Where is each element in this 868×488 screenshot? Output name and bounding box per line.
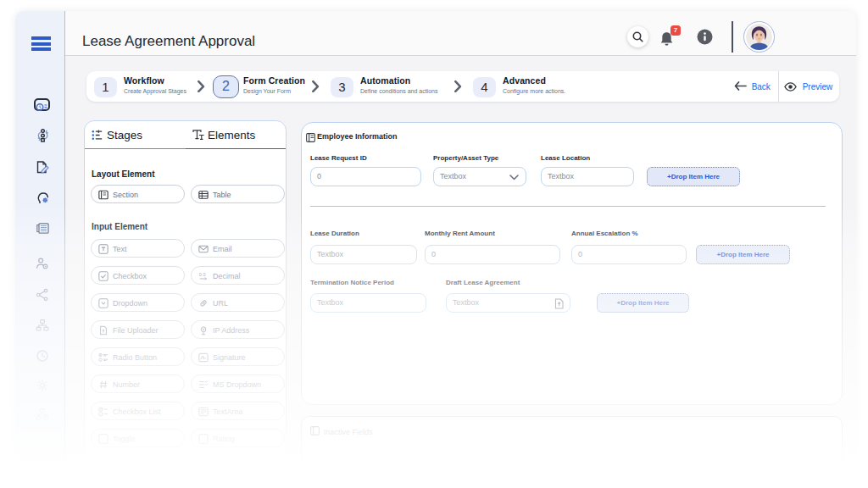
svg-text:0.0: 0.0	[199, 272, 206, 277]
